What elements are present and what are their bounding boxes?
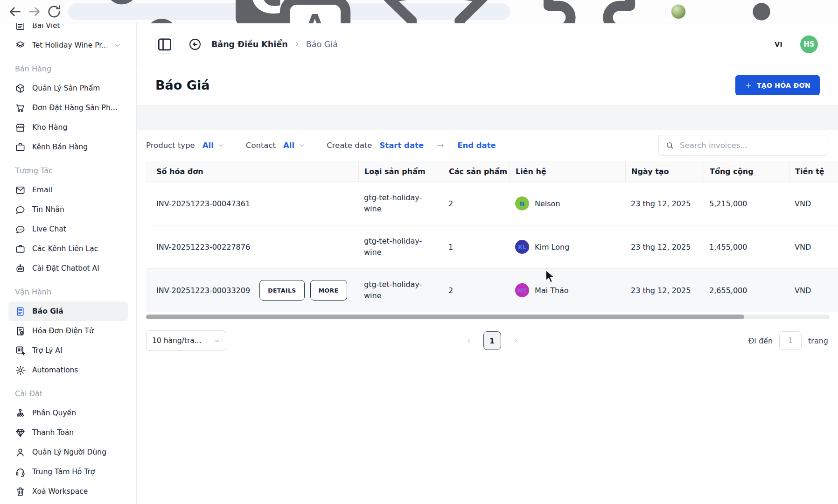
prev-page-button[interactable] — [465, 336, 473, 345]
sidebar-toggle-button[interactable] — [155, 35, 174, 54]
search-icon — [665, 141, 674, 150]
headset-icon — [15, 467, 26, 477]
create-invoice-label: TẠO HÓA ĐƠN — [757, 82, 810, 89]
created-date-cell: 23 thg 12, 2025 — [625, 225, 704, 268]
scrollbar-thumb[interactable] — [146, 315, 744, 319]
sidebar-item-kenh-ban-hang[interactable]: Kênh Bán Hàng — [8, 137, 128, 157]
language-switcher[interactable]: VI — [775, 41, 782, 48]
contact-avatar: N — [515, 196, 529, 210]
column-header: Các sản phẩm — [443, 161, 510, 182]
search-input[interactable] — [679, 140, 821, 150]
back-arrow-icon — [7, 3, 23, 20]
products-count-cell: 2 — [443, 182, 510, 225]
sidebar-section-label: Bán Hàng — [15, 63, 121, 75]
column-header: Liên hệ — [510, 161, 625, 182]
gem-icon — [15, 427, 26, 438]
browser-reload-button[interactable] — [46, 3, 63, 20]
sidebar-item-bao-gia[interactable]: Báo Giá — [8, 301, 128, 321]
sidebar-item-quan-ly-san-pham[interactable]: Quản Lý Sản Phẩm — [8, 78, 128, 98]
sidebar-nav: Bài Viết Tet Holiday Wine Pr... Bán Hàng… — [0, 23, 137, 504]
currency-cell: VND — [789, 269, 838, 312]
column-header: Tiền tệ — [789, 161, 838, 182]
start-date-picker[interactable]: Start date — [379, 141, 424, 150]
rows-per-page-value: 10 hàng/tra... — [152, 336, 202, 345]
chat-icon — [15, 204, 26, 215]
horizontal-scrollbar[interactable] — [146, 315, 830, 319]
sidebar-item-xoa-workspace[interactable]: Xoá Workspace — [8, 482, 128, 501]
table-row[interactable]: INV-20251223-00033209DETAILSMORE gtg-tet… — [146, 269, 838, 312]
svg-text:AI: AI — [17, 348, 21, 352]
contact-filter[interactable]: All — [283, 141, 305, 150]
product-type-filter[interactable]: All — [203, 141, 224, 150]
sidebar-item-cai-dat-chatbot-ai[interactable]: Cài Đặt Chatbot AI — [8, 259, 128, 278]
gear-icon — [15, 365, 26, 376]
layers-icon — [15, 40, 26, 51]
spacer-band — [137, 105, 838, 130]
sidebar-item-bai-viet[interactable]: Bài Viết — [8, 23, 128, 35]
browser-window: app.gtgcrm.com/crm/invoices GA Bài Viết — [0, 0, 838, 504]
panel-icon — [156, 35, 174, 53]
org-icon — [15, 408, 26, 419]
doc-check-icon — [15, 326, 26, 336]
sidebar-section-label: Vận Hành — [15, 287, 121, 298]
browser-chrome: app.gtgcrm.com/crm/invoices GA — [0, 0, 838, 23]
article-icon — [15, 23, 26, 31]
total-cell: 5,215,000 — [704, 182, 789, 225]
breadcrumb-dashboard[interactable]: Bảng Điều Khiển — [211, 40, 288, 49]
chevron-down-icon — [114, 42, 121, 49]
page-number-button[interactable]: 1 — [483, 331, 501, 350]
trash-icon — [15, 486, 26, 497]
create-date-filter-label: Create date — [327, 141, 372, 150]
next-page-button[interactable] — [511, 336, 520, 345]
sidebar-item-tet-holiday-wine-product[interactable]: Tet Holiday Wine Pr... — [8, 35, 128, 55]
page-title: Báo Giá — [155, 78, 210, 92]
create-invoice-button[interactable]: TẠO HÓA ĐƠN — [735, 75, 820, 95]
sidebar-item-quan-ly-nguoi-dung[interactable]: Quản Lý Người Dùng — [8, 442, 128, 462]
sidebar-item-trung-tam-ho-tro[interactable]: Trung Tâm Hỗ Trợ — [8, 462, 128, 482]
sidebar-item-cac-kenh-lien-lac[interactable]: Các Kênh Liên Lạc — [8, 239, 128, 259]
sidebar-item-live-chat[interactable]: Live Chat — [8, 219, 128, 239]
search-box — [658, 135, 828, 156]
sidebar-item-email[interactable]: Email — [8, 180, 128, 200]
total-cell: 1,455,000 — [704, 225, 789, 268]
products-count-cell: 1 — [443, 225, 510, 268]
browser-back-button[interactable] — [7, 3, 23, 20]
end-date-picker[interactable]: End date — [457, 141, 496, 150]
invoice-number: INV-20251223-00033209 — [156, 286, 250, 295]
arrow-right-icon — [436, 141, 445, 150]
browser-forward-button[interactable] — [26, 3, 43, 20]
table-row[interactable]: INV-20251223-00227876 gtg-tet-holiday-wi… — [146, 225, 838, 269]
sidebar-item-tin-nhan[interactable]: Tin Nhắn — [8, 200, 128, 219]
sidebar-item-phan-quyen[interactable]: Phân Quyền — [8, 403, 128, 423]
goto-page-input[interactable] — [779, 331, 802, 350]
breadcrumb-current: Báo Giá — [306, 40, 338, 49]
briefcase-icon — [15, 244, 26, 254]
invoice-table: Số hóa đơnLoại sản phẩmCác sản phẩmLiên … — [146, 161, 838, 312]
currency-cell: VND — [789, 182, 838, 225]
column-header: Số hóa đơn — [146, 161, 358, 182]
sidebar-item-automations[interactable]: Automations — [8, 360, 128, 380]
rows-per-page-select[interactable]: 10 hàng/tra... — [146, 330, 226, 351]
back-button[interactable] — [188, 37, 202, 51]
cube-icon — [15, 83, 26, 94]
sidebar-item-hoa-don-dien-tu[interactable]: Hóa Đơn Điện Tử — [8, 321, 128, 341]
address-bar[interactable]: app.gtgcrm.com/crm/invoices GA — [68, 3, 510, 20]
contact-avatar: KL — [515, 240, 529, 254]
table-row[interactable]: INV-20251223-00047361 gtg-tet-holiday-wi… — [146, 182, 838, 225]
sidebar-item-don-dat-hang-san-pham[interactable]: Đơn Đặt Hàng Sản Ph... — [8, 98, 128, 118]
invoice-number: INV-20251223-00227876 — [156, 243, 250, 252]
divider — [665, 7, 665, 17]
sidebar-item-thanh-toan[interactable]: Thanh Toán — [8, 423, 128, 442]
products-count-cell: 2 — [443, 269, 510, 312]
more-button[interactable]: MORE — [310, 280, 347, 301]
user-avatar[interactable]: HS — [800, 35, 818, 53]
sidebar-section-label: Tương Tác — [15, 165, 121, 176]
details-button[interactable]: DETAILS — [259, 280, 305, 301]
product-type-cell: gtg-tet-holiday-wine — [364, 236, 437, 258]
sidebar-item-kho-hang[interactable]: Kho Hàng — [8, 118, 128, 137]
chevron-right-icon — [293, 41, 300, 48]
product-type-cell: gtg-tet-holiday-wine — [364, 279, 437, 301]
sidebar-item-tro-ly-ai[interactable]: AI Trợ Lý AI — [8, 341, 128, 360]
breadcrumb: Bảng Điều Khiển Báo Giá — [211, 40, 338, 49]
browser-profile-avatar[interactable] — [671, 4, 686, 19]
